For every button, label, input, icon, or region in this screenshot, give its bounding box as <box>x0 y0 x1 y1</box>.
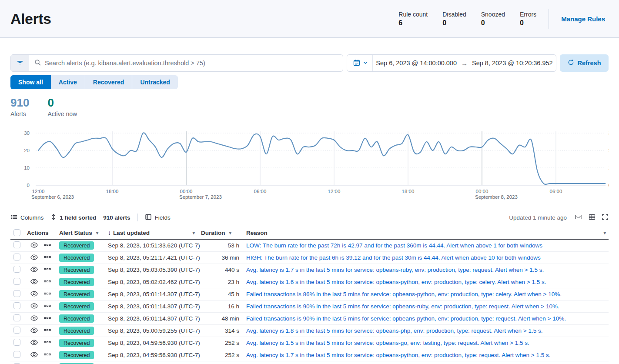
tab-active[interactable]: Active <box>51 75 85 89</box>
column-header-alert-status[interactable]: Alert Status ▾ <box>59 230 108 236</box>
reason-link[interactable]: Avg. latency is 1.5 s in the last 5 mins… <box>246 340 609 346</box>
last-updated-cell: Sep 8, 2023, 10:51:33.620 (UTC-7) <box>108 242 201 249</box>
reason-link[interactable]: Avg. latency is 1.7 s in the last 5 mins… <box>246 267 609 273</box>
fullscreen-button[interactable] <box>602 214 609 222</box>
display-options-button[interactable] <box>589 214 596 222</box>
view-alert-button[interactable] <box>30 302 38 311</box>
toolbar-divider <box>137 214 138 221</box>
more-actions-button[interactable] <box>44 266 51 274</box>
filter-icon <box>17 59 23 67</box>
more-actions-button[interactable] <box>44 339 51 347</box>
boxes-horizontal-icon <box>44 339 51 347</box>
status-filter-group: Show all Active Recovered Untracked <box>10 75 178 89</box>
stat-rule-count: Rule count 6 <box>398 11 428 27</box>
reason-link[interactable]: Failed transactions is 90% in the last 5… <box>246 303 609 310</box>
svg-text:06:00: 06:00 <box>550 189 562 194</box>
table-row: Recovered Sep 8, 2023, 05:00:59.255 (UTC… <box>10 325 609 337</box>
eye-icon <box>30 254 38 262</box>
row-checkbox[interactable] <box>13 241 20 248</box>
date-end[interactable]: Sep 8, 2023 @ 10:20:36.952 <box>472 60 553 67</box>
fields-button[interactable]: Fields <box>145 214 171 222</box>
column-header-reason[interactable]: Reason ▾ <box>246 230 609 236</box>
date-quick-menu-button[interactable] <box>347 55 373 71</box>
view-alert-button[interactable] <box>30 266 38 274</box>
tab-recovered[interactable]: Recovered <box>85 75 133 89</box>
view-alert-button[interactable] <box>30 241 38 250</box>
row-checkbox[interactable] <box>13 254 20 260</box>
columns-button[interactable]: Columns <box>10 214 43 222</box>
more-actions-button[interactable] <box>44 241 51 250</box>
view-alert-button[interactable] <box>30 327 38 335</box>
table-row: Recovered Sep 8, 2023, 05:01:14.307 (UTC… <box>10 313 609 325</box>
stat-value: 0 <box>442 19 466 27</box>
row-checkbox[interactable] <box>13 339 20 346</box>
stat-value: 6 <box>398 19 428 27</box>
active-count-label: Active now <box>47 110 77 117</box>
reason-link[interactable]: HIGH: The burn rate for the past 6h is 3… <box>246 254 609 261</box>
reason-link[interactable]: Failed transactions is 86% in the last 5… <box>246 291 609 297</box>
column-header-duration[interactable]: Duration ▾ <box>201 230 246 236</box>
view-alert-button[interactable] <box>30 339 38 347</box>
stat-label: Rule count <box>398 11 428 18</box>
alerts-histogram[interactable]: 0010102020303012:00September 6, 202318:0… <box>10 129 609 204</box>
row-checkbox[interactable] <box>13 290 20 297</box>
status-badge: Recovered <box>59 254 94 262</box>
last-updated-cell: Sep 8, 2023, 05:03:05.390 (UTC-7) <box>108 267 201 273</box>
more-actions-button[interactable] <box>44 254 51 262</box>
search-input[interactable] <box>45 60 338 67</box>
keyboard-shortcuts-button[interactable] <box>575 214 582 222</box>
select-all-checkbox[interactable] <box>13 229 20 236</box>
search-row: Sep 6, 2023 @ 14:00:00.000 → Sep 8, 2023… <box>10 54 609 72</box>
view-alert-button[interactable] <box>30 254 38 262</box>
column-header-last-updated[interactable]: ↓ Last updated ▾ <box>108 229 201 236</box>
columns-label: Columns <box>20 214 43 221</box>
more-actions-button[interactable] <box>44 278 51 286</box>
row-checkbox[interactable] <box>13 314 20 321</box>
reason-link[interactable]: Failed transactions is 90% in the last 5… <box>246 315 609 322</box>
row-checkbox[interactable] <box>13 351 20 358</box>
tab-show-all[interactable]: Show all <box>10 75 51 89</box>
sort-icon <box>50 214 57 222</box>
reason-link[interactable]: Avg. latency is 1.7 s in the last 5 mins… <box>246 352 609 358</box>
svg-text:30: 30 <box>608 130 609 136</box>
chevron-down-icon <box>363 60 368 67</box>
last-updated-cell: Sep 8, 2023, 04:59:56.930 (UTC-7) <box>108 352 201 358</box>
row-checkbox[interactable] <box>13 327 20 334</box>
row-checkbox[interactable] <box>13 302 20 309</box>
chevron-down-icon: ▾ <box>96 230 99 236</box>
reason-link[interactable]: Avg. latency is 1.8 s in the last 5 mins… <box>246 327 609 334</box>
view-alert-button[interactable] <box>30 351 38 360</box>
view-alert-button[interactable] <box>30 314 38 323</box>
view-alert-button[interactable] <box>30 278 38 287</box>
more-actions-button[interactable] <box>44 351 51 359</box>
calendar-icon <box>353 59 360 67</box>
manage-rules-link[interactable]: Manage Rules <box>561 15 605 23</box>
sort-fields-button[interactable]: 1 field sorted <box>50 214 96 222</box>
eye-icon <box>30 290 38 299</box>
svg-text:September 8, 2023: September 8, 2023 <box>475 194 518 200</box>
reason-link[interactable]: LOW: The burn rate for the past 72h is 4… <box>246 242 609 249</box>
page-title: Alerts <box>10 10 51 27</box>
more-actions-button[interactable] <box>44 290 51 298</box>
more-actions-button[interactable] <box>44 302 51 311</box>
summary-active-now: 0 Active now <box>47 96 77 117</box>
alerts-line-chart[interactable]: 0010102020303012:00September 6, 202318:0… <box>10 129 609 203</box>
view-alert-button[interactable] <box>30 290 38 299</box>
more-actions-button[interactable] <box>44 314 51 323</box>
status-badge: Recovered <box>59 266 94 274</box>
svg-text:20: 20 <box>24 148 30 153</box>
reason-link[interactable]: Avg. latency is 1.6 s in the last 5 mins… <box>246 279 609 285</box>
fields-icon <box>145 214 152 222</box>
svg-text:12:00: 12:00 <box>328 189 341 194</box>
row-checkbox[interactable] <box>13 278 20 285</box>
more-actions-button[interactable] <box>44 327 51 335</box>
table-row: Recovered Sep 8, 2023, 05:03:05.390 (UTC… <box>10 264 609 276</box>
refresh-button[interactable]: Refresh <box>560 54 609 72</box>
alerts-table: Actions Alert Status ▾ ↓ Last updated ▾ … <box>10 227 609 364</box>
last-updated-cell: Sep 8, 2023, 05:02:02.462 (UTC-7) <box>108 279 201 285</box>
add-filter-button[interactable] <box>11 55 29 71</box>
tab-untracked[interactable]: Untracked <box>132 75 177 89</box>
status-badge: Recovered <box>59 278 94 286</box>
date-start[interactable]: Sep 6, 2023 @ 14:00:00.000 <box>376 60 457 67</box>
row-checkbox[interactable] <box>13 266 20 273</box>
